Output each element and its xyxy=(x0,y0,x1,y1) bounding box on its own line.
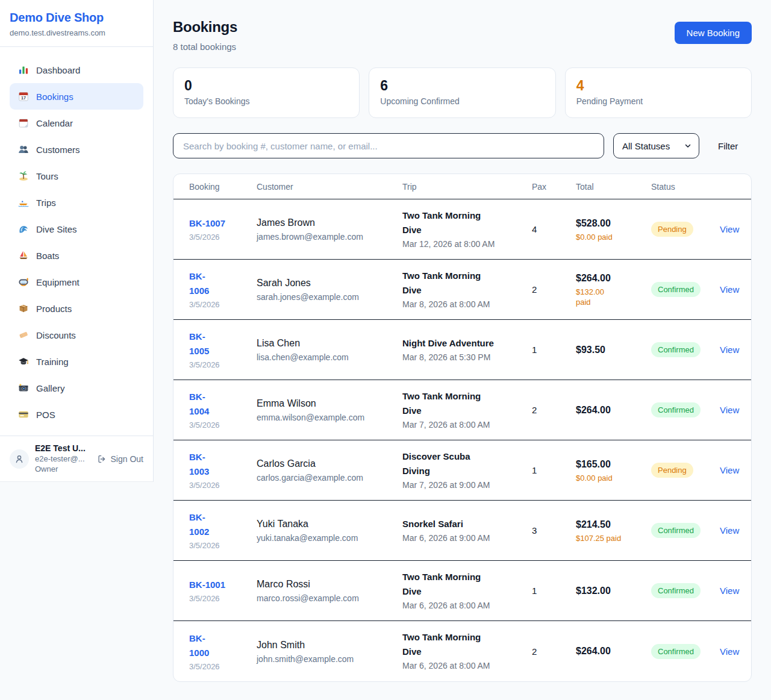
sidebar-item-label: Bookings xyxy=(36,92,73,102)
stat-card: 4Pending Payment xyxy=(565,67,752,118)
island-icon xyxy=(18,170,29,181)
status-cell: Confirmed xyxy=(651,583,720,598)
view-link[interactable]: View xyxy=(720,525,739,536)
sidebar-item-customers[interactable]: Customers xyxy=(10,136,143,163)
pax-count: 2 xyxy=(532,284,576,295)
sidebar-item-dashboard[interactable]: Dashboard xyxy=(10,57,143,83)
table-row: BK-10013/5/2026Marco Rossimarco.rossi@ex… xyxy=(173,561,751,621)
trip-datetime: Mar 6, 2026 at 9:00 AM xyxy=(402,532,532,545)
total-cell: $165.00$0.00 paid xyxy=(576,458,651,483)
status-cell: Confirmed xyxy=(651,644,720,659)
dashboard-chart-icon xyxy=(18,64,29,75)
booking-cell: BK- 10033/5/2026 xyxy=(189,450,257,490)
booking-id-link[interactable]: BK- 1004 xyxy=(189,390,257,419)
sidebar-item-label: Equipment xyxy=(36,277,80,287)
trip-datetime: Mar 8, 2026 at 5:30 PM xyxy=(402,351,532,364)
sidebar-item-tours[interactable]: Tours xyxy=(10,163,143,189)
sidebar-item-label: Discounts xyxy=(36,330,76,340)
trip-name: Night Dive Adventure xyxy=(402,336,532,351)
bookings-table: BookingCustomerTripPaxTotalStatus BK-100… xyxy=(173,173,752,682)
booking-id-link[interactable]: BK- 1003 xyxy=(189,450,257,479)
main-content: Bookings 8 total bookings New Booking 0T… xyxy=(154,0,771,700)
view-link[interactable]: View xyxy=(720,405,739,415)
sidebar-item-boats[interactable]: Boats xyxy=(10,242,143,269)
status-cell: Pending xyxy=(651,463,720,478)
view-link[interactable]: View xyxy=(720,646,739,657)
customer-name: Sarah Jones xyxy=(257,276,402,290)
booking-cell: BK- 10053/5/2026 xyxy=(189,330,257,370)
sidebar-item-label: Tours xyxy=(36,171,58,181)
sidebar-item-pos[interactable]: POS xyxy=(10,401,143,428)
total-cell: $264.00$132.00 paid xyxy=(576,272,651,307)
view-link[interactable]: View xyxy=(720,465,739,475)
sidebar-item-calendar[interactable]: Calendar xyxy=(10,110,143,136)
customer-cell: Sarah Jonessarah.jones@example.com xyxy=(257,276,402,303)
trip-name: Two Tank Morning Dive xyxy=(402,630,532,659)
sailboat-icon xyxy=(18,250,29,261)
booking-date: 3/5/2026 xyxy=(189,540,257,551)
sidebar-item-dive-sites[interactable]: Dive Sites xyxy=(10,216,143,242)
column-header-trip: Trip xyxy=(402,182,532,192)
customer-cell: John Smithjohn.smith@example.com xyxy=(257,638,402,665)
sidebar-item-trips[interactable]: Trips xyxy=(10,189,143,216)
booking-id-link[interactable]: BK-1007 xyxy=(189,216,257,231)
stats-cards: 0Today's Bookings6Upcoming Confirmed4Pen… xyxy=(173,67,752,118)
customer-name: Emma Wilson xyxy=(257,396,402,411)
booking-id-link[interactable]: BK-1001 xyxy=(189,578,257,592)
sidebar-item-equipment[interactable]: Equipment xyxy=(10,269,143,295)
total-amount: $264.00 xyxy=(576,404,651,417)
view-link[interactable]: View xyxy=(720,586,739,596)
status-cell: Confirmed xyxy=(651,402,720,417)
status-badge: Confirmed xyxy=(651,282,701,297)
speedboat-icon xyxy=(18,197,29,208)
page-title: Bookings xyxy=(173,18,237,36)
total-cell: $132.00 xyxy=(576,584,651,598)
customer-cell: Lisa Chenlisa.chen@example.com xyxy=(257,336,402,363)
search-input[interactable] xyxy=(173,133,604,158)
page-header: Bookings 8 total bookings New Booking xyxy=(173,18,752,53)
trip-cell: Night Dive AdventureMar 8, 2026 at 5:30 … xyxy=(402,336,532,364)
booking-id-link[interactable]: BK- 1000 xyxy=(189,631,257,660)
sidebar-item-label: Dive Sites xyxy=(36,224,77,234)
trip-datetime: Mar 7, 2026 at 8:00 AM xyxy=(402,419,532,431)
sidebar-item-training[interactable]: Training xyxy=(10,348,143,375)
booking-date: 3/5/2026 xyxy=(189,420,257,430)
booking-cell: BK- 10003/5/2026 xyxy=(189,631,257,672)
booking-id-link[interactable]: BK- 1006 xyxy=(189,269,257,298)
sidebar-item-bookings[interactable]: 17Bookings xyxy=(10,83,143,110)
trip-cell: Two Tank Morning DiveMar 12, 2026 at 8:0… xyxy=(402,208,532,251)
table-row: BK- 10033/5/2026Carlos Garciacarlos.garc… xyxy=(173,440,751,501)
sidebar-item-discounts[interactable]: Discounts xyxy=(10,322,143,348)
sidebar-item-products[interactable]: Products xyxy=(10,295,143,322)
pax-count: 1 xyxy=(532,345,576,355)
sidebar-item-gallery[interactable]: Gallery xyxy=(10,375,143,401)
total-cell: $214.50$107.25 paid xyxy=(576,518,651,543)
total-cell: $93.50 xyxy=(576,343,651,357)
booking-id-link[interactable]: BK- 1005 xyxy=(189,330,257,358)
view-link[interactable]: View xyxy=(720,345,739,355)
status-filter-select[interactable]: All Statuses xyxy=(613,133,699,158)
table-header-row: BookingCustomerTripPaxTotalStatus xyxy=(173,174,751,199)
view-link[interactable]: View xyxy=(720,284,739,295)
customer-cell: Marco Rossimarco.rossi@example.com xyxy=(257,577,402,604)
filter-row: All Statuses Filter xyxy=(173,133,752,158)
customer-name: John Smith xyxy=(257,638,402,652)
customers-icon xyxy=(18,144,29,155)
tag-icon xyxy=(18,330,29,340)
sidebar-user-footer: E2E Test U... e2e-tester@... Owner Sign … xyxy=(0,436,153,481)
sidebar-item-label: Dashboard xyxy=(36,65,80,75)
view-link[interactable]: View xyxy=(720,224,739,234)
booking-id-link[interactable]: BK- 1002 xyxy=(189,510,257,539)
package-icon xyxy=(18,303,29,314)
sign-out-button[interactable]: Sign Out xyxy=(97,454,143,464)
status-cell: Confirmed xyxy=(651,523,720,538)
filter-button[interactable]: Filter xyxy=(718,141,738,151)
table-row: BK-10073/5/2026James Brownjames.brown@ex… xyxy=(173,199,751,260)
pax-count: 3 xyxy=(532,525,576,536)
table-row: BK- 10003/5/2026John Smithjohn.smith@exa… xyxy=(173,621,751,681)
status-cell: Confirmed xyxy=(651,282,720,297)
sidebar-item-label: Training xyxy=(36,357,69,367)
shop-name-link[interactable]: Demo Dive Shop xyxy=(10,11,143,25)
new-booking-button[interactable]: New Booking xyxy=(675,22,752,44)
chevron-down-icon xyxy=(684,142,691,149)
